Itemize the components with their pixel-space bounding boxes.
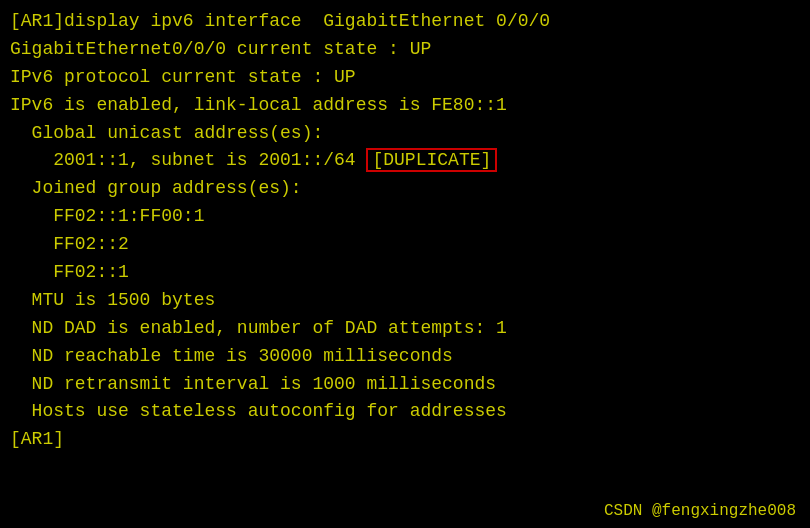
terminal-line-16: [AR1]	[10, 426, 800, 454]
terminal-line-2: GigabitEthernet0/0/0 current state : UP	[10, 36, 800, 64]
terminal-line-10: FF02::1	[10, 259, 800, 287]
terminal-line-11: MTU is 1500 bytes	[10, 287, 800, 315]
terminal-line-15: Hosts use stateless autoconfig for addre…	[10, 398, 800, 426]
terminal-line-12: ND DAD is enabled, number of DAD attempt…	[10, 315, 800, 343]
terminal-line-7: Joined group address(es):	[10, 175, 800, 203]
terminal-line-6: 2001::1, subnet is 2001::/64 [DUPLICATE]	[10, 147, 800, 175]
terminal-line-8: FF02::1:FF00:1	[10, 203, 800, 231]
terminal-line-5: Global unicast address(es):	[10, 120, 800, 148]
terminal-line-9: FF02::2	[10, 231, 800, 259]
terminal-window: [AR1]display ipv6 interface GigabitEther…	[0, 0, 810, 528]
duplicate-badge: [DUPLICATE]	[366, 148, 497, 172]
terminal-line-1: [AR1]display ipv6 interface GigabitEther…	[10, 8, 800, 36]
watermark: CSDN @fengxingzhe008	[604, 502, 796, 520]
terminal-line-14: ND retransmit interval is 1000 milliseco…	[10, 371, 800, 399]
terminal-line-13: ND reachable time is 30000 milliseconds	[10, 343, 800, 371]
terminal-line-4: IPv6 is enabled, link-local address is F…	[10, 92, 800, 120]
terminal-line-6-text: 2001::1, subnet is 2001::/64	[10, 150, 366, 170]
terminal-line-3: IPv6 protocol current state : UP	[10, 64, 800, 92]
